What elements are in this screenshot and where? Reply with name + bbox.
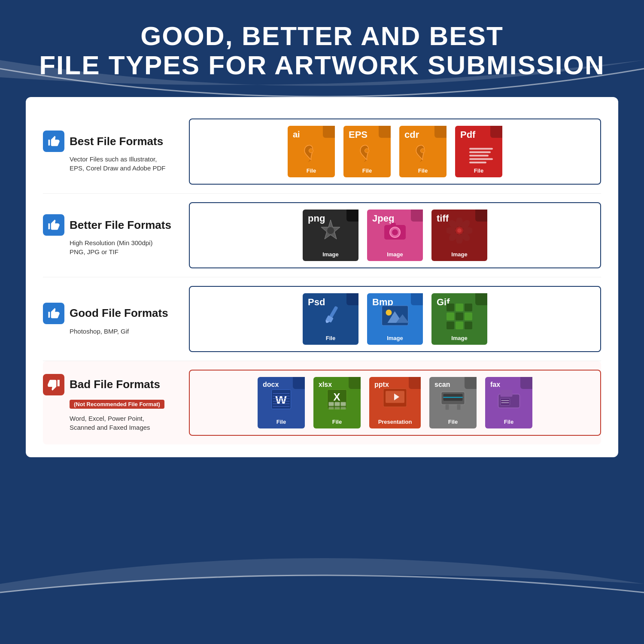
bmp-mountain-icon bbox=[381, 305, 409, 328]
main-title: GOOD, BETTER AND BEST FILE TYPES FOR ART… bbox=[9, 21, 635, 80]
svg-point-7 bbox=[392, 229, 398, 235]
tiff-label: Image bbox=[451, 251, 468, 258]
bmp-label: Image bbox=[387, 335, 403, 341]
docx-icon: W bbox=[270, 388, 293, 413]
file-gif: Gif Ima bbox=[431, 293, 487, 345]
svg-rect-51 bbox=[501, 398, 510, 405]
bad-files: docx W File bbox=[189, 370, 601, 436]
jpeg-camera-icon bbox=[382, 220, 408, 243]
ai-label: File bbox=[307, 167, 316, 174]
good-subtitle: Photoshop, BMP, Gif bbox=[43, 327, 180, 336]
swoosh-bottom bbox=[0, 558, 644, 644]
file-tiff: tiff bbox=[431, 210, 487, 261]
file-png: png Image bbox=[303, 210, 358, 261]
svg-text:W: W bbox=[275, 393, 287, 407]
file-scan: scan File bbox=[429, 377, 477, 428]
svg-point-25 bbox=[386, 310, 392, 316]
thumbs-up-icon-better bbox=[43, 214, 64, 236]
svg-rect-36 bbox=[329, 402, 334, 406]
ai-pen-icon bbox=[300, 143, 323, 164]
file-psd: Psd File bbox=[303, 293, 358, 345]
thumbs-up-icon-good bbox=[43, 303, 64, 324]
bad-subtitle: Word, Excel, Power Point, Scanned and Fa… bbox=[43, 414, 180, 432]
best-row-left: Best File Formats Vector Files such as I… bbox=[43, 131, 180, 173]
file-pptx: pptx Presentation bbox=[369, 377, 421, 428]
tiff-flower-icon bbox=[447, 218, 472, 245]
scan-label: File bbox=[448, 419, 458, 425]
bad-badge: (Not Recommended File Format) bbox=[70, 400, 180, 409]
psd-label: File bbox=[326, 335, 335, 341]
svg-point-0 bbox=[309, 149, 313, 153]
pdf-lines bbox=[466, 148, 492, 164]
docx-label: File bbox=[276, 419, 286, 425]
svg-point-4 bbox=[327, 227, 334, 234]
svg-rect-38 bbox=[341, 402, 346, 406]
eps-label: File bbox=[362, 167, 372, 174]
svg-rect-8 bbox=[391, 223, 396, 226]
content-area: Best File Formats Vector Files such as I… bbox=[26, 97, 618, 457]
best-row-header: Best File Formats bbox=[43, 131, 180, 152]
svg-rect-50 bbox=[501, 390, 513, 397]
scan-icon bbox=[439, 388, 467, 413]
svg-rect-40 bbox=[335, 407, 340, 410]
bad-row: Bad File Formats (Not Recommended File F… bbox=[43, 361, 601, 444]
png-label: Image bbox=[322, 251, 339, 258]
file-docx: docx W File bbox=[258, 377, 305, 428]
file-fax: fax File bbox=[485, 377, 532, 428]
better-files: png Image Jpeg bbox=[189, 202, 601, 268]
pptx-label: Presentation bbox=[378, 419, 412, 425]
bad-title-text: Bad File Formats bbox=[70, 378, 160, 391]
svg-rect-39 bbox=[329, 407, 334, 410]
file-eps: EPS File bbox=[343, 126, 391, 177]
file-pdf: Pdf File bbox=[455, 126, 502, 177]
svg-rect-41 bbox=[341, 407, 346, 410]
page-background: GOOD, BETTER AND BEST FILE TYPES FOR ART… bbox=[0, 0, 644, 644]
file-xlsx: xlsx X File bbox=[313, 377, 361, 428]
title-section: GOOD, BETTER AND BEST FILE TYPES FOR ART… bbox=[0, 0, 644, 93]
gif-label: Image bbox=[451, 335, 468, 341]
thumbs-up-icon-best bbox=[43, 131, 64, 152]
best-title: Best File Formats bbox=[70, 135, 163, 148]
thumbs-down-icon-bad bbox=[43, 374, 64, 395]
best-subtitle: Vector Files such as Illustrator, EPS, C… bbox=[43, 155, 180, 173]
bad-row-header: Bad File Formats bbox=[43, 374, 180, 395]
cdr-label: File bbox=[418, 167, 428, 174]
good-row-header: Good File Formats bbox=[43, 303, 180, 324]
better-row-header: Better File Formats bbox=[43, 214, 180, 236]
better-row: Better File Formats High Resolution (Min… bbox=[43, 194, 601, 277]
better-title: Better File Formats bbox=[70, 219, 171, 232]
file-cdr: cdr File bbox=[399, 126, 447, 177]
good-files: Psd File Bmp bbox=[189, 286, 601, 352]
fax-label: File bbox=[504, 419, 513, 425]
better-subtitle: High Resolution (Min 300dpi) PNG, JPG or… bbox=[43, 238, 180, 256]
svg-point-2 bbox=[421, 149, 425, 153]
svg-rect-47 bbox=[446, 405, 449, 410]
pdf-label: File bbox=[474, 167, 483, 174]
psd-brush-icon bbox=[318, 303, 343, 330]
file-ai: ai File bbox=[288, 126, 335, 177]
eps-pen-icon bbox=[355, 143, 379, 164]
best-files: ai File EPS File bbox=[189, 118, 601, 185]
pptx-icon bbox=[382, 388, 408, 413]
png-star-icon bbox=[318, 218, 343, 245]
good-row-left: Good File Formats Photoshop, BMP, Gif bbox=[43, 303, 180, 336]
svg-point-19 bbox=[457, 228, 462, 233]
svg-rect-48 bbox=[457, 405, 461, 410]
xlsx-icon: X bbox=[325, 388, 349, 413]
best-row: Best File Formats Vector Files such as I… bbox=[43, 110, 601, 194]
svg-point-1 bbox=[365, 149, 369, 153]
file-bmp: Bmp Image bbox=[367, 293, 423, 345]
xlsx-label: File bbox=[332, 419, 342, 425]
svg-text:X: X bbox=[333, 391, 340, 403]
good-row: Good File Formats Photoshop, BMP, Gif Ps… bbox=[43, 277, 601, 361]
fax-icon bbox=[495, 386, 523, 414]
better-row-left: Better File Formats High Resolution (Min… bbox=[43, 214, 180, 256]
bad-row-left: Bad File Formats (Not Recommended File F… bbox=[43, 374, 180, 432]
jpeg-label: Image bbox=[387, 251, 403, 258]
file-jpeg: Jpeg Image bbox=[367, 210, 423, 261]
good-title: Good File Formats bbox=[70, 307, 168, 320]
svg-rect-37 bbox=[335, 402, 340, 406]
gif-grid-icon bbox=[447, 304, 472, 329]
cdr-pen-icon bbox=[411, 143, 435, 164]
